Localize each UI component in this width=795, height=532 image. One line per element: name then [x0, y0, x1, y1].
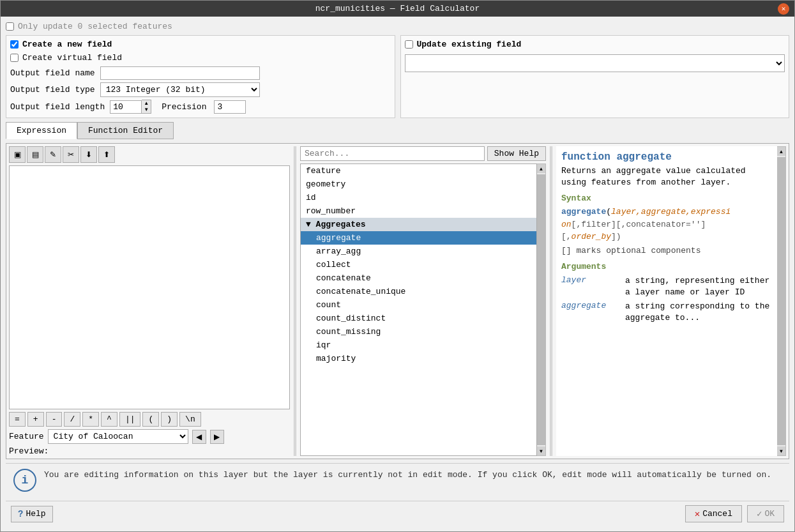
feature-prev-btn[interactable]: ◀ [192, 430, 206, 444]
op-plus[interactable]: + [27, 412, 44, 427]
op-newline[interactable]: \n [179, 412, 201, 427]
syntax-opt3: [,order_by]) [561, 232, 621, 241]
optional-note: [] marks optional components [561, 246, 772, 255]
divider-expression-funcs[interactable] [294, 146, 296, 456]
create-virtual-label: Create virtual field [22, 53, 122, 63]
func-item-feature[interactable]: feature [301, 164, 536, 178]
func-list-scrollbar[interactable]: ▲ ▼ [537, 163, 546, 456]
func-list: feature geometry id row_number ▼ Aggrega… [300, 163, 537, 456]
content-area: Only update 0 selected features Create a… [1, 17, 794, 531]
bottom-bar: ? Help ✕ Cancel ✓ OK [6, 501, 789, 526]
config-section: Create a new field Create virtual field … [6, 35, 789, 118]
func-sub-count-missing[interactable]: count_missing [301, 325, 536, 338]
output-field-type-select[interactable]: 123 Integer (32 bit) [100, 82, 260, 97]
toolbar-btn-3[interactable]: ✎ [45, 146, 61, 163]
arg-desc-layer: a string, representing either a layer na… [625, 274, 772, 300]
expression-textarea[interactable] [9, 165, 290, 409]
func-sub-array-agg[interactable]: array_agg [301, 245, 536, 258]
func-sub-concatenate-unique[interactable]: concatenate_unique [301, 285, 536, 298]
op-caret[interactable]: ^ [101, 412, 117, 427]
update-existing-label: Update existing field [417, 40, 522, 49]
toolbar-btn-6[interactable]: ⬆ [98, 146, 115, 163]
help-scroll-up[interactable]: ▲ [777, 147, 785, 156]
right-config: Update existing field [400, 35, 790, 118]
arguments-label: Arguments [561, 262, 772, 271]
func-sub-majority[interactable]: majority [301, 352, 536, 365]
help-button[interactable]: ? Help [11, 506, 53, 522]
func-sub-aggregate[interactable]: aggregate [301, 231, 536, 245]
func-item-row-number[interactable]: row_number [301, 204, 536, 218]
expression-panel: ▣ ▤ ✎ ✂ ⬇ ⬆ = + - / * ^ || [9, 146, 290, 456]
op-minus[interactable]: - [46, 412, 63, 427]
create-new-field-checkbox[interactable] [10, 40, 19, 49]
output-field-type-label: Output field type [10, 85, 95, 95]
op-divide[interactable]: / [64, 412, 80, 427]
field-length-input[interactable] [110, 100, 142, 114]
virtual-field-row: Create virtual field [10, 53, 391, 63]
cancel-button[interactable]: ✕ Cancel [685, 505, 742, 522]
feature-label: Feature [9, 432, 44, 441]
output-field-name-label: Output field name [10, 68, 95, 78]
help-icon: ? [18, 509, 23, 519]
tab-expression[interactable]: Expression [6, 122, 77, 139]
op-close-paren[interactable]: ) [161, 412, 178, 427]
divider-funcs-help[interactable] [550, 146, 552, 456]
feature-next-btn[interactable]: ▶ [210, 430, 224, 444]
window: ncr_municities — Field Calculator ✕ Only… [0, 0, 795, 532]
title-bar: ncr_municities — Field Calculator ✕ [1, 1, 794, 17]
scroll-down-btn[interactable]: ▼ [537, 446, 545, 455]
help-scroll-down[interactable]: ▼ [777, 446, 785, 455]
func-sub-concatenate[interactable]: concatenate [301, 271, 536, 285]
toolbar-btn-1[interactable]: ▣ [9, 146, 26, 163]
output-field-name-row: Output field name [10, 66, 391, 80]
ok-checkmark-icon: ✓ [757, 508, 762, 519]
update-existing-checkbox[interactable] [405, 40, 413, 49]
field-length-spinner-btns: ▲ ▼ [142, 100, 151, 114]
arg-name-layer: layer [561, 274, 625, 300]
func-category-aggregates[interactable]: ▼ Aggregates [301, 218, 536, 231]
precision-label: Precision [162, 102, 206, 112]
field-length-spinner: ▲ ▼ [110, 100, 151, 114]
show-help-button[interactable]: Show Help [487, 146, 546, 161]
op-equals[interactable]: = [9, 412, 26, 427]
create-virtual-checkbox[interactable] [10, 54, 19, 62]
output-field-name-input[interactable] [100, 66, 260, 80]
help-scroll-thumb[interactable] [777, 157, 785, 445]
close-button[interactable]: ✕ [778, 3, 789, 15]
preview-row: Preview: [9, 446, 290, 456]
func-item-id[interactable]: id [301, 191, 536, 204]
operator-row: = + - / * ^ || ( ) \n [9, 412, 290, 427]
bottom-info: i You are editing information on this la… [6, 463, 789, 497]
field-length-down[interactable]: ▼ [142, 107, 151, 113]
func-item-geometry[interactable]: geometry [301, 178, 536, 191]
feature-select[interactable]: City of Caloocan [48, 429, 188, 444]
op-multiply[interactable]: * [82, 412, 99, 427]
toolbar-btn-4[interactable]: ✂ [63, 146, 79, 163]
op-concat[interactable]: || [119, 412, 141, 427]
func-sub-count-distinct[interactable]: count_distinct [301, 312, 536, 325]
precision-input[interactable] [214, 100, 246, 114]
func-sub-count[interactable]: count [301, 298, 536, 312]
tab-function-editor[interactable]: Function Editor [77, 122, 174, 139]
search-input[interactable] [300, 146, 485, 161]
only-update-label: Only update 0 selected features [18, 22, 172, 31]
func-sub-iqr[interactable]: iqr [301, 338, 536, 352]
op-open-paren[interactable]: ( [142, 412, 159, 427]
toolbar-btn-2[interactable]: ▤ [27, 146, 43, 163]
ok-button[interactable]: ✓ OK [747, 505, 784, 522]
cancel-icon: ✕ [695, 508, 700, 519]
update-existing-select[interactable] [405, 54, 785, 72]
help-func-desc: Returns an aggregate value calculated us… [561, 165, 772, 188]
scroll-up-btn[interactable]: ▲ [537, 164, 545, 173]
scroll-thumb[interactable] [537, 174, 545, 445]
output-field-type-row: Output field type 123 Integer (32 bit) [10, 82, 391, 97]
tabs-row: Expression Function Editor [6, 122, 789, 139]
toolbar-btn-5[interactable]: ⬇ [80, 146, 97, 163]
help-panel-scrollbar[interactable]: ▲ ▼ [777, 146, 786, 456]
func-sub-collect[interactable]: collect [301, 258, 536, 271]
only-update-checkbox[interactable] [6, 22, 14, 31]
search-row: Show Help [300, 146, 546, 161]
arg-row-aggregate: aggregate a string corresponding to the … [561, 300, 772, 325]
syntax-label: Syntax [561, 194, 772, 203]
field-length-up[interactable]: ▲ [142, 100, 151, 107]
